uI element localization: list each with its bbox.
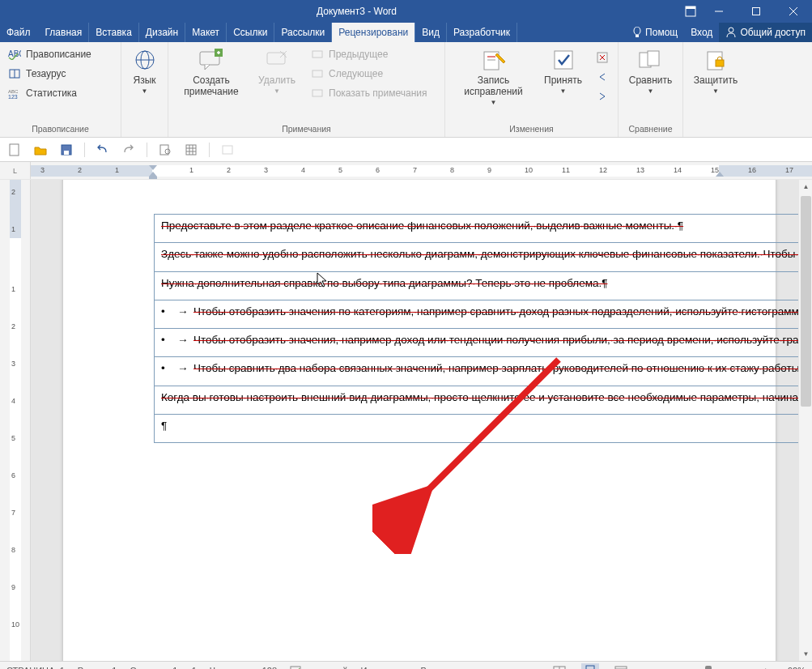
svg-text:123: 123 xyxy=(8,94,18,99)
svg-rect-26 xyxy=(312,90,322,96)
svg-rect-40 xyxy=(64,151,69,155)
caret-down-icon: ▼ xyxy=(274,87,280,95)
close-button[interactable] xyxy=(775,0,812,23)
svg-rect-3 xyxy=(753,8,760,15)
pages-indicator[interactable]: Страница 1 из 1 xyxy=(130,666,196,670)
scroll-down-button[interactable]: ▼ xyxy=(799,647,812,661)
tab-mailings[interactable]: Рассылки xyxy=(274,23,332,42)
tab-review[interactable]: Рецензировани xyxy=(332,23,415,42)
tab-insert[interactable]: Вставка xyxy=(89,23,139,42)
svg-rect-7 xyxy=(636,35,639,37)
web-layout-button[interactable] xyxy=(612,663,630,670)
zoom-in-button[interactable]: + xyxy=(763,666,768,670)
paragraph[interactable]: •→Чтобы·отобразить·значения,·например·до… xyxy=(161,332,798,348)
quick-access-toolbar xyxy=(0,138,812,162)
language-button[interactable]: Язык ▼ xyxy=(128,45,161,95)
vertical-scrollbar[interactable]: ▲ ▼ xyxy=(798,180,812,661)
tab-developer[interactable]: Разработчик xyxy=(447,23,517,42)
maximize-button[interactable] xyxy=(738,0,775,23)
share-button[interactable]: Общий доступ xyxy=(719,23,812,42)
document-workspace: 2112345678910 Предоставьте·в·этом·раздел… xyxy=(0,180,812,661)
status-bar: СТРАНИЦА: 1 Раздел: 1 Страница 1 из 1 Чи… xyxy=(0,661,812,669)
globe-icon xyxy=(132,47,158,73)
page[interactable]: Предоставьте·в·этом·разделе·краткое·опис… xyxy=(63,180,776,661)
group-changes-label: Изменения xyxy=(445,124,618,137)
paragraph[interactable]: •→Чтобы·отобразить·значения·по·категория… xyxy=(161,304,798,320)
paragraph[interactable]: •→Чтобы·сравнить·два·набора·связанных·зн… xyxy=(161,360,798,377)
person-icon xyxy=(725,27,737,38)
reject-icon xyxy=(596,51,609,64)
delete-comment-button: Удалить ▼ xyxy=(251,45,303,95)
page-setup-button[interactable] xyxy=(219,142,236,158)
new-file-button[interactable] xyxy=(6,142,23,158)
comments-icon xyxy=(311,87,324,100)
svg-rect-41 xyxy=(160,145,168,155)
word-count-indicator[interactable]: Число слов: 128 xyxy=(210,666,277,670)
ribbon-display-options-icon[interactable] xyxy=(681,0,700,23)
document-area[interactable]: Предоставьте·в·этом·разделе·краткое·опис… xyxy=(31,180,798,661)
open-file-button[interactable] xyxy=(32,142,49,158)
accept-button[interactable]: Принять ▼ xyxy=(538,45,589,95)
zoom-out-button[interactable]: − xyxy=(649,666,654,670)
tab-selector[interactable]: L xyxy=(0,162,31,179)
print-layout-button[interactable] xyxy=(581,663,599,670)
paragraph[interactable]: Когда·вы·готовы·настроить·внешний·вид·ди… xyxy=(161,390,798,406)
protect-button[interactable]: Защитить ▼ xyxy=(690,45,742,95)
svg-rect-38 xyxy=(10,144,19,156)
page-indicator[interactable]: СТРАНИЦА: 1 xyxy=(6,666,65,670)
horizontal-ruler[interactable]: L 3211234567891011121314151617 xyxy=(0,162,812,180)
spelling-status-icon[interactable] xyxy=(290,665,303,670)
scroll-thumb[interactable] xyxy=(801,196,811,407)
prev-change-button[interactable] xyxy=(593,68,612,86)
sign-in[interactable]: Вход xyxy=(684,23,719,42)
tab-view[interactable]: Вид xyxy=(415,23,447,42)
undo-button[interactable] xyxy=(95,142,111,158)
track-changes-icon xyxy=(481,47,507,73)
minimize-button[interactable] xyxy=(700,0,738,23)
show-comments-button: Показать примечания xyxy=(308,84,431,102)
caret-down-icon: ▼ xyxy=(560,87,567,95)
track-changes-indicator[interactable]: Исправления: Выкл. xyxy=(361,666,445,670)
read-mode-button[interactable] xyxy=(551,663,568,670)
prev-icon xyxy=(596,70,609,83)
svg-rect-54 xyxy=(586,666,594,670)
zoom-level[interactable]: 90% xyxy=(788,666,806,670)
new-comment-button[interactable]: Создать примечание xyxy=(175,45,248,97)
tab-design[interactable]: Дизайн xyxy=(139,23,185,42)
zoom-knob[interactable] xyxy=(705,666,712,669)
save-button[interactable] xyxy=(58,142,74,158)
svg-rect-1 xyxy=(686,6,695,9)
redo-button[interactable] xyxy=(121,142,137,158)
group-compare-label: Сравнение xyxy=(619,124,682,137)
next-change-button[interactable] xyxy=(593,87,612,105)
tab-home[interactable]: Главная xyxy=(39,23,90,42)
paragraph[interactable]: Здесь·также·можно·удобно·расположить·нес… xyxy=(161,246,798,262)
tab-file[interactable]: Файл xyxy=(0,23,39,42)
tab-layout[interactable]: Макет xyxy=(185,23,227,42)
spelling-button[interactable]: ABC Правописание xyxy=(5,45,95,63)
comment-x-icon xyxy=(264,47,290,73)
compare-button[interactable]: Сравнить ▼ xyxy=(625,45,676,95)
paragraph[interactable]: Предоставьте·в·этом·разделе·краткое·опис… xyxy=(161,218,798,234)
vertical-ruler[interactable]: 2112345678910 xyxy=(0,180,31,661)
scroll-up-button[interactable]: ▲ xyxy=(799,180,812,194)
svg-line-23 xyxy=(280,51,287,58)
section-indicator[interactable]: Раздел: 1 xyxy=(78,666,117,670)
print-preview-button[interactable] xyxy=(157,142,173,158)
word-count-button[interactable]: ABC123 Статистика xyxy=(5,84,95,102)
language-indicator[interactable]: русский xyxy=(316,666,347,670)
comment-plus-icon xyxy=(198,47,224,73)
paragraph[interactable]: ¶ xyxy=(161,418,798,434)
ribbon-tabs: Файл Главная Вставка Дизайн Макет Ссылки… xyxy=(0,23,812,42)
document-title: Документ3 - Word xyxy=(32,6,681,17)
tell-me[interactable]: Помощ xyxy=(626,23,684,42)
reject-button[interactable] xyxy=(593,49,612,66)
thesaurus-button[interactable]: Тезаурус xyxy=(5,65,95,83)
svg-point-42 xyxy=(165,149,170,154)
ribbon: ABC Правописание Тезаурус ABC123 Статист… xyxy=(0,42,812,138)
hanging-indent[interactable] xyxy=(149,162,157,180)
paragraph[interactable]: Нужна·дополнительная·справка·по·выбору·т… xyxy=(161,275,798,292)
track-changes-button[interactable]: Запись исправлений ▼ xyxy=(453,45,534,106)
show-table-button[interactable] xyxy=(183,142,199,158)
tab-references[interactable]: Ссылки xyxy=(227,23,274,42)
